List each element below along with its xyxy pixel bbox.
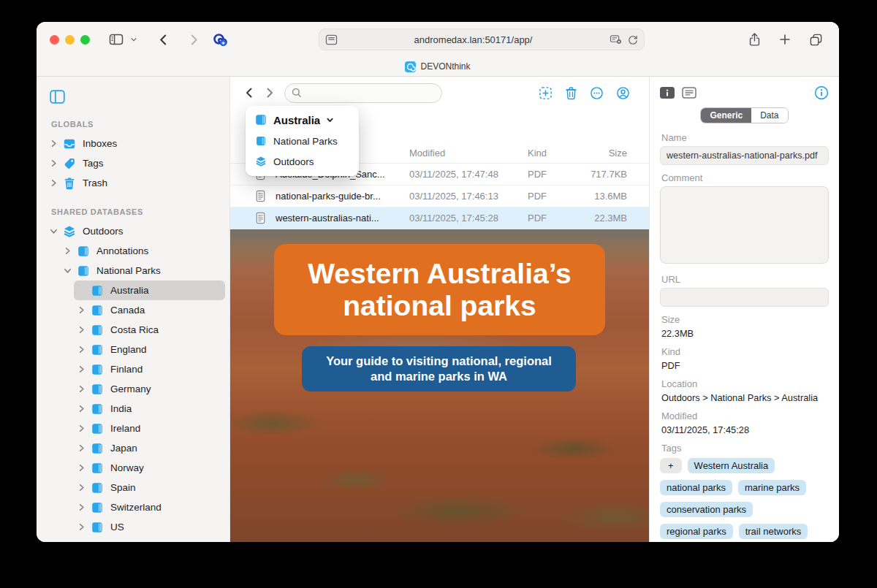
sidebar-item-india[interactable]: India [74, 399, 225, 419]
trash-icon[interactable] [565, 86, 577, 100]
browser-sidebar-toggle-icon[interactable] [106, 30, 126, 49]
chevron-right-icon[interactable] [74, 464, 88, 472]
chevron-down-icon[interactable] [60, 267, 75, 275]
tag-chip-national-parks[interactable]: national parks [660, 480, 732, 495]
app-sidebar-toggle-icon[interactable] [37, 84, 229, 105]
column-header-modified[interactable]: Modified [409, 148, 528, 159]
active-tab-label[interactable]: DEVONthink [420, 61, 470, 72]
sidebar-item-australia[interactable]: Australia [74, 280, 225, 300]
chevron-right-icon[interactable] [46, 159, 61, 167]
sidebar-chevron-down-icon[interactable] [128, 30, 140, 49]
chevron-right-icon[interactable] [60, 247, 75, 255]
column-header-size[interactable]: Size [585, 148, 649, 159]
sidebar-item-canada[interactable]: Canada [74, 300, 225, 320]
history-back-icon[interactable] [245, 88, 254, 98]
name-field[interactable] [660, 146, 829, 165]
sidebar-item-germany[interactable]: Germany [74, 379, 225, 399]
tag-chip-western-australia[interactable]: Western Australia [688, 458, 775, 473]
url-field[interactable] [660, 288, 829, 307]
tab-overview-icon[interactable] [805, 30, 826, 49]
tag-chip-regional-parks[interactable]: regional parks [660, 524, 733, 539]
sidebar-item-national-parks[interactable]: National Parks [60, 261, 225, 280]
history-forward-icon[interactable] [265, 88, 274, 98]
chevron-right-icon[interactable] [74, 503, 88, 511]
chevron-right-icon[interactable] [46, 140, 61, 148]
group-switcher-popup: Australia National ParksOutdoors [246, 106, 359, 176]
chevron-right-icon[interactable] [46, 179, 61, 187]
chevron-down-icon[interactable] [46, 227, 61, 235]
chevron-right-icon[interactable] [74, 306, 88, 314]
sidebar-item-norway[interactable]: Norway [74, 458, 225, 478]
annotations-inspector-icon[interactable] [682, 87, 696, 99]
sidebar-item-finland[interactable]: Finland [74, 359, 225, 379]
chevron-right-icon[interactable] [74, 523, 88, 531]
chevron-right-icon[interactable] [74, 365, 88, 373]
kind-label: Kind [661, 346, 829, 357]
url-text[interactable]: andromedax.lan:50171/app/ [338, 34, 610, 45]
info-inspector-icon[interactable] [660, 87, 675, 99]
sidebar-item-trash[interactable]: Trash [46, 173, 225, 193]
devonthink-extension-icon[interactable] [211, 32, 227, 47]
page-settings-icon[interactable] [610, 34, 622, 45]
chevron-down-icon [326, 116, 334, 124]
close-window-button[interactable] [50, 35, 59, 45]
search-input[interactable] [305, 88, 435, 99]
sidebar-item-annotations[interactable]: Annotations [60, 241, 225, 261]
table-row-national-parks-guide-br[interactable]: national-parks-guide-br...03/11/2025, 17… [230, 186, 649, 207]
back-button[interactable] [153, 30, 173, 49]
pdf-preview[interactable]: Western Australia’s national parks Your … [230, 229, 649, 542]
chevron-right-icon[interactable] [74, 424, 88, 432]
minimize-window-button[interactable] [65, 35, 75, 45]
tag-chip-trail-networks[interactable]: trail networks [739, 524, 808, 539]
table-row-western-australias-nati[interactable]: western-australias-nati...03/11/2025, 17… [230, 207, 649, 229]
sidebar-item-ireland[interactable]: Ireland [74, 419, 225, 438]
popup-current-group[interactable]: Australia [246, 111, 359, 131]
sidebar-item-england[interactable]: England [74, 340, 225, 359]
kind-value: PDF [661, 360, 829, 371]
sidebar-item-label: Ireland [110, 423, 140, 434]
more-actions-icon[interactable] [590, 86, 604, 100]
sidebar-item-spain[interactable]: Spain [74, 478, 225, 497]
chevron-right-icon[interactable] [74, 444, 88, 452]
chevron-right-icon[interactable] [74, 385, 88, 393]
group-icon [75, 245, 92, 258]
chevron-right-icon[interactable] [74, 405, 88, 413]
tab-data[interactable]: Data [751, 108, 787, 123]
share-icon[interactable] [744, 30, 764, 49]
tag-chip-marine-parks[interactable]: marine parks [738, 480, 806, 495]
zoom-window-button[interactable] [80, 35, 90, 45]
sidebar-item-outdoors[interactable]: Outdoors [46, 221, 225, 241]
chevron-right-icon[interactable] [74, 345, 88, 354]
popup-item-outdoors[interactable]: Outdoors [246, 151, 359, 172]
chevron-right-icon[interactable] [74, 326, 88, 334]
sidebar-item-tags[interactable]: Tags [46, 153, 225, 173]
sidebar-item-inboxes[interactable]: Inboxes [46, 134, 225, 153]
account-icon[interactable] [616, 86, 630, 100]
search-field[interactable] [284, 83, 442, 103]
sidebar-item-japan[interactable]: Japan [74, 438, 225, 458]
forward-button[interactable] [183, 30, 204, 49]
address-bar[interactable]: andromedax.lan:50171/app/ [319, 28, 645, 50]
group-icon [88, 343, 106, 356]
reader-icon[interactable] [325, 34, 338, 45]
popup-items: National ParksOutdoors [246, 131, 359, 172]
comment-field[interactable] [660, 186, 829, 264]
new-item-icon[interactable] [539, 86, 553, 100]
reload-icon[interactable] [628, 34, 638, 45]
popup-item-national-parks[interactable]: National Parks [246, 131, 359, 151]
popup-current-label: Australia [273, 114, 320, 126]
tab-generic[interactable]: Generic [701, 108, 751, 123]
info-circle-icon[interactable] [814, 85, 829, 100]
inspector-tabs: Generic Data [660, 107, 829, 123]
new-tab-icon[interactable] [775, 30, 795, 49]
tag-chip-conservation-parks[interactable]: conservation parks [660, 502, 753, 517]
column-header-kind[interactable]: Kind [528, 148, 585, 159]
add-tag-button[interactable]: + [660, 458, 682, 473]
sidebar-item-switzerland[interactable]: Switzerland [74, 497, 225, 517]
sidebar-item-us[interactable]: US [74, 517, 225, 537]
sidebar-section-title-globals: Globals [51, 120, 229, 129]
chevron-right-icon[interactable] [74, 484, 88, 492]
sidebar-item-costa-rica[interactable]: Costa Rica [74, 320, 225, 340]
group-icon [88, 501, 106, 514]
sidebar-item-label: Australia [110, 285, 149, 296]
